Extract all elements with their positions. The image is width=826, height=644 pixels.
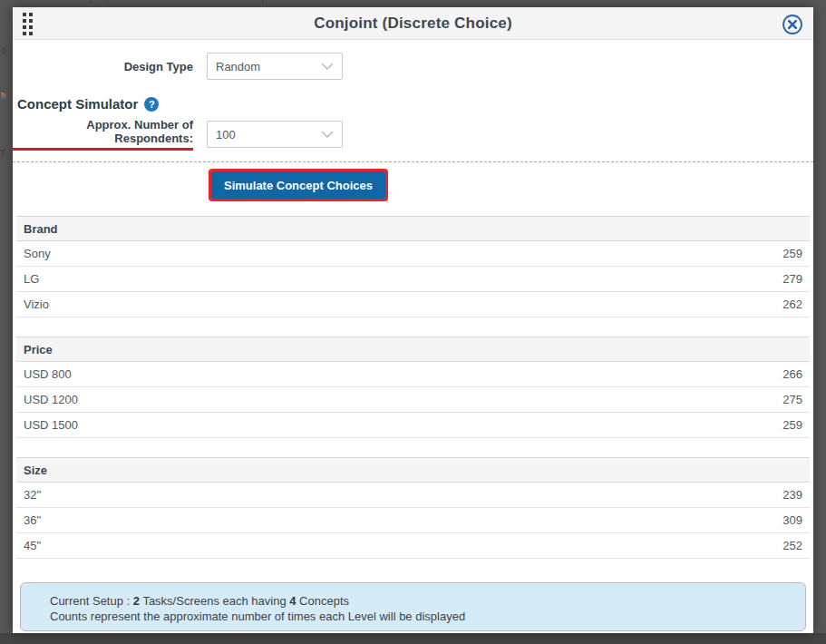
table-row: LG 279 [16,267,810,292]
overlay-bottom-band [0,633,826,644]
table-row: Sony 259 [16,241,810,267]
modal-body: Design Type Random Concept Simulator ? A… [13,40,813,633]
setup-summary-line: Current Setup : 2 Tasks/Screens each hav… [50,593,791,609]
table-header-label: Size [24,463,47,477]
level-label: USD 800 [24,367,72,381]
level-count: 275 [782,393,802,406]
design-type-value: Random [216,60,260,73]
level-label: 32" [24,488,41,502]
level-count: 259 [782,418,802,432]
table-row: 36" 309 [16,508,810,533]
respondents-label: Approx. Number of Respondents: [13,118,193,151]
table-row: USD 800 266 [16,362,810,387]
level-label: LG [24,272,39,286]
close-icon[interactable] [782,14,803,35]
brand-table: Brand Sony 259 LG 279 Vizio 262 [16,216,810,317]
results-tables: Brand Sony 259 LG 279 Vizio 262 Price US… [16,216,810,559]
dashed-separator [13,161,813,162]
design-type-row: Design Type Random [13,53,813,80]
level-label: 36" [24,513,41,527]
counts-explanation-line: Counts represent the approximate number … [50,609,791,624]
level-count: 266 [782,367,802,381]
table-row: 45" 252 [16,533,810,559]
background-page-fragment: o [1,45,6,55]
level-label: USD 1200 [24,393,78,406]
table-row: USD 1500 259 [16,413,810,438]
chevron-down-icon [321,131,334,138]
current-setup-note: Current Setup : 2 Tasks/Screens each hav… [20,582,806,631]
modal-header: Conjoint (Discrete Choice) [13,7,813,40]
drag-handle-icon[interactable] [22,13,42,34]
concept-simulator-title: Concept Simulator [17,96,138,112]
respondents-select[interactable]: 100 [207,121,343,148]
table-header: Brand [16,216,810,241]
table-row: 32" 239 [16,483,810,508]
price-table: Price USD 800 266 USD 1200 275 USD 1500 … [16,337,810,438]
simulate-concept-choices-button[interactable]: Simulate Concept Choices [211,171,385,199]
table-header: Size [16,457,810,483]
level-count: 309 [782,513,802,527]
design-type-label: Design Type [13,60,193,73]
level-count: 262 [782,298,802,311]
level-count: 252 [782,539,802,552]
respondents-row: Approx. Number of Respondents: 100 [13,118,813,151]
modal-title: Conjoint (Discrete Choice) [314,15,512,33]
size-table: Size 32" 239 36" 309 45" 252 [16,457,810,559]
table-row: USD 1200 275 [16,387,810,413]
page-overlay: { "modal": { "title": "Conjoint (Discret… [0,0,826,644]
table-header: Price [16,337,810,362]
level-label: Sony [24,247,51,260]
level-label: 45" [24,539,41,552]
simulate-button-row: Simulate Concept Choices [13,171,813,199]
help-icon[interactable]: ? [144,97,159,112]
level-label: USD 1500 [24,418,78,432]
chevron-down-icon [321,63,334,70]
background-page-fragment: ▫ ▫ [89,0,114,6]
table-header-label: Price [24,343,53,356]
table-row: Vizio 262 [16,292,810,317]
table-header-label: Brand [24,222,58,236]
level-count: 239 [782,488,802,502]
background-page-fragment: ◔ [259,0,265,6]
respondents-value: 100 [216,128,236,141]
background-page-fragment: T [0,149,5,159]
design-type-select[interactable]: Random [207,53,343,80]
level-label: Vizio [24,298,49,311]
concept-simulator-heading: Concept Simulator ? [17,96,813,112]
level-count: 259 [782,247,802,260]
conjoint-modal: Conjoint (Discrete Choice) Design Type R… [13,7,813,633]
level-count: 279 [782,272,802,286]
background-logo-sliver [1,93,6,101]
